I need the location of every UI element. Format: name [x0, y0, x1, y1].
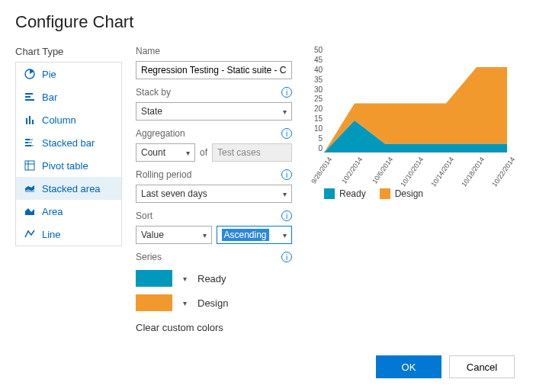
chart-type-label: Area: [42, 206, 63, 217]
chevron-down-icon: ▾: [186, 149, 190, 157]
stackby-label: Stack by: [136, 87, 171, 98]
aggregation-of: of: [200, 147, 207, 158]
chart-type-stacked-bar[interactable]: Stacked bar: [16, 131, 121, 154]
sort-direction-value: Ascending: [222, 229, 269, 241]
bar-icon: [24, 91, 36, 103]
stacked-area-icon: [24, 182, 36, 194]
svg-rect-9: [25, 142, 28, 143]
info-icon[interactable]: i: [281, 87, 292, 98]
chart-type-label: Stacked area: [42, 183, 101, 194]
svg-rect-7: [25, 139, 30, 140]
config-form: Name Stack by i State ▾ Aggregation i Co…: [136, 46, 292, 333]
chart-type-panel: Chart Type Pie Bar Column Stacked bar Pi…: [15, 46, 122, 333]
chart-type-label: Pie: [42, 69, 56, 80]
info-icon[interactable]: i: [281, 210, 292, 221]
chart-type-heading: Chart Type: [15, 46, 122, 57]
pivot-icon: [24, 159, 36, 172]
area-icon: [24, 205, 36, 217]
rolling-select[interactable]: Last seven days ▾: [136, 185, 292, 203]
aggregation-value: Count: [141, 147, 165, 158]
chevron-down-icon: ▾: [203, 231, 207, 239]
legend-item-design: Design: [380, 188, 423, 199]
rolling-label: Rolling period: [136, 169, 191, 180]
cancel-button[interactable]: Cancel: [449, 355, 515, 378]
dialog-footer: OK Cancel: [376, 355, 515, 378]
ok-button[interactable]: OK: [376, 355, 441, 378]
legend-swatch: [380, 188, 390, 199]
svg-rect-12: [31, 145, 34, 146]
chart-type-pie[interactable]: Pie: [16, 63, 121, 85]
chart-preview: 50454035302520151050 9/28/201410/2/20141…: [306, 46, 518, 333]
svg-rect-11: [25, 145, 31, 146]
pie-icon: [24, 68, 36, 80]
stackby-value: State: [141, 106, 162, 117]
aggregation-select[interactable]: Count ▾: [136, 143, 195, 162]
info-icon[interactable]: i: [281, 128, 292, 139]
info-icon[interactable]: i: [281, 252, 292, 262]
chart-type-list: Pie Bar Column Stacked bar Pivot table S…: [15, 62, 122, 246]
svg-rect-3: [25, 99, 34, 101]
chevron-down-icon[interactable]: ▾: [180, 299, 190, 307]
legend-swatch: [324, 188, 335, 199]
series-swatch[interactable]: [136, 270, 172, 287]
aggregation-field: Test cases: [212, 143, 292, 162]
chart-type-column[interactable]: Column: [16, 108, 121, 131]
chart-type-line[interactable]: Line: [16, 223, 121, 246]
svg-rect-2: [25, 96, 31, 98]
sort-label: Sort: [136, 210, 153, 221]
series-row-design: ▾ Design: [136, 294, 292, 311]
chevron-down-icon[interactable]: ▾: [180, 275, 190, 283]
svg-rect-4: [26, 118, 27, 124]
name-label: Name: [136, 46, 292, 56]
aggregation-label: Aggregation: [136, 128, 185, 139]
svg-rect-13: [25, 161, 34, 170]
clear-colors-link[interactable]: Clear custom colors: [136, 322, 292, 333]
y-axis-ticks: 50454035302520151050: [306, 46, 323, 153]
rolling-value: Last seven days: [141, 188, 207, 199]
dialog-title: Configure Chart: [15, 12, 518, 32]
chart-type-pivot[interactable]: Pivot table: [16, 154, 121, 177]
sort-field-value: Value: [141, 230, 164, 240]
series-swatch[interactable]: [136, 294, 172, 311]
legend-item-ready: Ready: [324, 188, 366, 199]
chart-type-label: Column: [42, 114, 76, 126]
svg-rect-1: [25, 93, 33, 95]
series-row-ready: ▾ Ready: [136, 270, 292, 287]
x-axis-ticks: 9/28/201410/2/201410/6/201410/10/201410/…: [324, 154, 507, 178]
chart-type-bar[interactable]: Bar: [16, 85, 121, 108]
column-icon: [24, 114, 36, 126]
stacked-area-plot: [324, 46, 507, 153]
line-icon: [24, 228, 36, 240]
series-name: Design: [197, 297, 228, 309]
chevron-down-icon: ▾: [283, 108, 287, 116]
stackby-select[interactable]: State ▾: [136, 102, 292, 120]
series-label: Series: [136, 252, 162, 262]
chart-legend: Ready Design: [324, 188, 518, 199]
svg-rect-6: [32, 120, 34, 124]
svg-rect-5: [29, 116, 31, 124]
chart-type-label: Stacked bar: [42, 137, 95, 149]
chevron-down-icon: ▾: [283, 190, 287, 198]
chart-type-stacked-area[interactable]: Stacked area: [16, 177, 121, 200]
svg-rect-8: [30, 139, 33, 140]
legend-label: Design: [395, 188, 423, 199]
chart-type-label: Pivot table: [42, 160, 88, 172]
chart-type-label: Line: [42, 229, 61, 240]
series-name: Ready: [197, 273, 226, 284]
name-input[interactable]: [136, 61, 292, 79]
stacked-bar-icon: [24, 137, 36, 149]
chevron-down-icon: ▾: [283, 231, 287, 239]
info-icon[interactable]: i: [281, 169, 292, 180]
chart-type-label: Bar: [42, 92, 57, 103]
svg-rect-10: [28, 142, 32, 143]
chart-type-area[interactable]: Area: [16, 200, 121, 223]
legend-label: Ready: [339, 188, 366, 199]
sort-direction-select[interactable]: Ascending ▾: [217, 226, 293, 244]
sort-field-select[interactable]: Value ▾: [136, 226, 212, 244]
